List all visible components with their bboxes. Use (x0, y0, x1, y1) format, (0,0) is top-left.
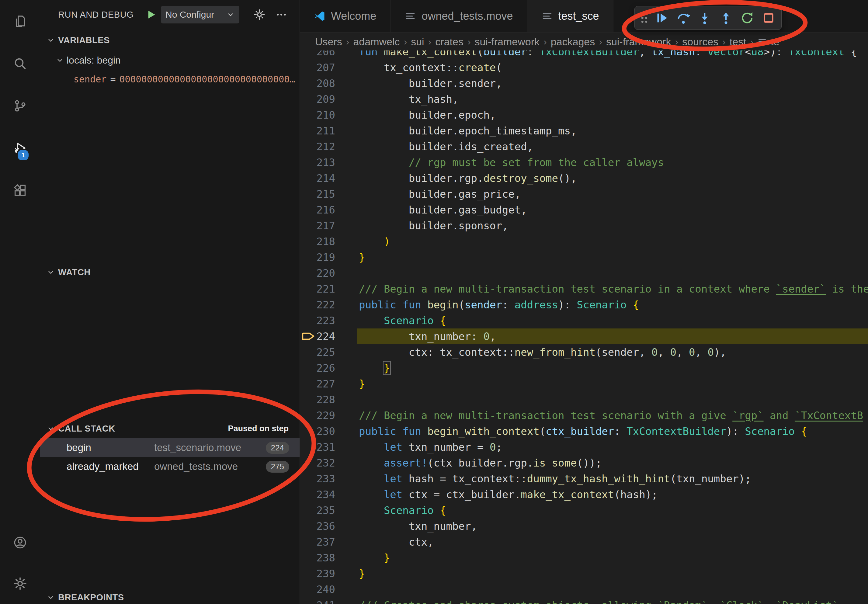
line-number[interactable]: 221 (300, 281, 335, 297)
line-number[interactable]: 230 (300, 423, 335, 439)
code-line-231[interactable]: 231 let txn_number = 0; (300, 439, 868, 455)
source-control-activity-button[interactable] (0, 85, 40, 127)
code-line-224[interactable]: 224 txn_number: 0, (300, 328, 868, 344)
code-line-207[interactable]: 207 tx_context::create( (300, 60, 868, 76)
code-line-208[interactable]: 208 builder.sender, (300, 76, 868, 91)
code-line-233[interactable]: 233 let hash = tx_context::dummy_tx_hash… (300, 471, 868, 486)
line-number[interactable]: 223 (300, 313, 335, 328)
line-number[interactable]: 226 (300, 360, 335, 376)
variables-scope-row[interactable]: locals: begin (40, 52, 299, 68)
line-number[interactable]: 235 (300, 502, 335, 518)
debug-settings-gear-button[interactable] (253, 8, 266, 21)
manage-activity-button[interactable] (0, 563, 40, 604)
breadcrumb-item[interactable]: sources (682, 36, 718, 48)
code-line-228[interactable]: 228 (300, 392, 868, 407)
call-stack-frame[interactable]: already_markedowned_tests.move275 (40, 457, 299, 476)
code-line-240[interactable]: 240 (300, 581, 868, 597)
breadcrumb-item[interactable]: adamwelc (353, 36, 400, 48)
line-number[interactable]: 237 (300, 534, 335, 550)
line-number[interactable]: 213 (300, 155, 335, 170)
line-number[interactable]: 229 (300, 407, 335, 423)
breadcrumb-item[interactable]: sui (411, 36, 424, 48)
code-line-226[interactable]: 226 } (300, 360, 868, 376)
code-line-215[interactable]: 215 builder.gas_price, (300, 186, 868, 202)
code-line-223[interactable]: 223 Scenario { (300, 313, 868, 328)
line-number[interactable]: 228 (300, 392, 335, 407)
code-line-227[interactable]: 227} (300, 376, 868, 392)
code-line-211[interactable]: 211 builder.epoch_timestamp_ms, (300, 123, 868, 139)
line-number[interactable]: 211 (300, 123, 335, 139)
call-stack-frame[interactable]: begintest_scenario.move224 (40, 438, 299, 457)
watch-section-header[interactable]: WATCH (40, 264, 299, 280)
code-line-218[interactable]: 218 ) (300, 234, 868, 249)
line-number[interactable]: 220 (300, 265, 335, 281)
search-activity-button[interactable] (0, 42, 40, 85)
line-number[interactable]: 233 (300, 471, 335, 486)
step-into-button[interactable] (695, 8, 715, 28)
code-line-236[interactable]: 236 txn_number, (300, 518, 868, 534)
code-line-212[interactable]: 212 builder.ids_created, (300, 139, 868, 155)
extensions-activity-button[interactable] (0, 169, 40, 211)
code-line-239[interactable]: 239} (300, 566, 868, 581)
accounts-activity-button[interactable] (0, 522, 40, 563)
more-actions-button[interactable] (274, 8, 288, 21)
variable-row-sender[interactable]: sender = 0000000000000000000000000000000… (40, 71, 299, 87)
code-line-229[interactable]: 229/// Begin a new multi-transaction tes… (300, 407, 868, 423)
step-over-button[interactable] (674, 8, 693, 28)
tab-owned-tests-move[interactable]: owned_tests.move (391, 0, 527, 32)
line-number[interactable]: 227 (300, 376, 335, 392)
line-number[interactable]: 240 (300, 581, 335, 597)
code-line-213[interactable]: 213 // rgp must be set from the caller a… (300, 155, 868, 170)
line-number[interactable]: 209 (300, 91, 335, 107)
breadcrumb-item[interactable]: te (757, 36, 779, 48)
run-and-debug-activity-button[interactable]: 1 (0, 127, 40, 169)
line-number[interactable]: 217 (300, 218, 335, 234)
stop-button[interactable] (759, 8, 778, 28)
line-number[interactable]: 216 (300, 202, 335, 218)
line-number[interactable]: 218 (300, 234, 335, 249)
code-line-206[interactable]: 206fun make_tx_context(builder: TxContex… (300, 51, 868, 60)
line-number[interactable]: 215 (300, 186, 335, 202)
line-number[interactable]: 219 (300, 249, 335, 265)
code-line-209[interactable]: 209 tx_hash, (300, 91, 868, 107)
start-debugging-button[interactable] (145, 9, 157, 21)
line-number[interactable]: 222 (300, 297, 335, 313)
line-number[interactable]: 210 (300, 107, 335, 123)
continue-button[interactable] (653, 8, 672, 28)
line-number[interactable]: 231 (300, 439, 335, 455)
code-line-219[interactable]: 219} (300, 249, 868, 265)
explorer-activity-button[interactable] (0, 0, 40, 42)
tab-welcome[interactable]: Welcome (300, 0, 391, 32)
code-line-214[interactable]: 214 builder.rgp.destroy_some(), (300, 170, 868, 186)
code-line-216[interactable]: 216 builder.gas_budget, (300, 202, 868, 218)
line-number[interactable]: 241 (300, 597, 335, 604)
breadcrumb-item[interactable]: sui-framework (606, 36, 671, 48)
line-number[interactable]: 236 (300, 518, 335, 534)
toolbar-gripper-handle[interactable] (638, 8, 651, 28)
tab-test-sce[interactable]: test_sce (527, 0, 614, 32)
code-line-210[interactable]: 210 builder.epoch, (300, 107, 868, 123)
code-line-234[interactable]: 234 let ctx = ctx_builder.make_tx_contex… (300, 486, 868, 502)
breadcrumb-item[interactable]: packages (551, 36, 595, 48)
code-line-225[interactable]: 225 ctx: tx_context::new_from_hint(sende… (300, 344, 868, 360)
code-line-217[interactable]: 217 builder.sponsor, (300, 218, 868, 234)
line-number[interactable]: 214 (300, 170, 335, 186)
code-editor[interactable]: 206fun make_tx_context(builder: TxContex… (300, 51, 868, 604)
code-line-238[interactable]: 238 } (300, 550, 868, 566)
debug-configuration-dropdown[interactable]: No Configur (161, 6, 239, 23)
line-number[interactable]: 232 (300, 455, 335, 471)
code-line-241[interactable]: 241/// Creates and shares system objects… (300, 597, 868, 604)
restart-button[interactable] (738, 8, 757, 28)
code-line-235[interactable]: 235 Scenario { (300, 502, 868, 518)
line-number[interactable]: 239 (300, 566, 335, 581)
breadcrumb-item[interactable]: sui-framework (475, 36, 539, 48)
code-line-237[interactable]: 237 ctx, (300, 534, 868, 550)
line-number[interactable]: 208 (300, 76, 335, 91)
code-line-230[interactable]: 230public fun begin_with_context(ctx_bui… (300, 423, 868, 439)
code-line-232[interactable]: 232 assert!(ctx_builder.rgp.is_some()); (300, 455, 868, 471)
call-stack-section-header[interactable]: CALL STACK Paused on step (40, 420, 299, 437)
code-line-221[interactable]: 221/// Begin a new multi-transaction tes… (300, 281, 868, 297)
variables-section-header[interactable]: VARIABLES (40, 32, 299, 48)
breadcrumb-item[interactable]: crates (435, 36, 463, 48)
line-number[interactable]: 212 (300, 139, 335, 155)
